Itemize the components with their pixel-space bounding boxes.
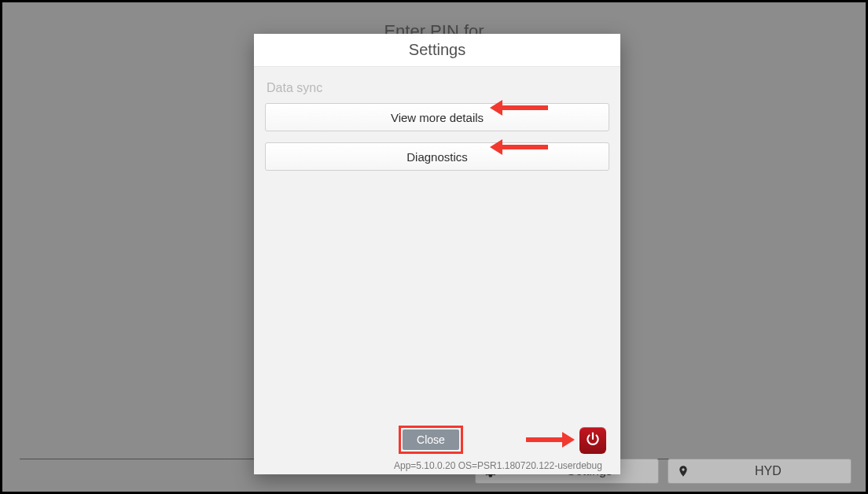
- close-button-label: Close: [417, 433, 445, 446]
- dialog-footer: Close App=5.10.0.20 OS=PSR1.180720.122-u…: [254, 462, 620, 474]
- annotation-arrow-power: [526, 432, 575, 448]
- app-frame: Enter PIN for Settings HYD Settings Data…: [0, 0, 868, 494]
- data-sync-section-label: Data sync: [267, 81, 608, 95]
- version-text: App=5.10.0.20 OS=PSR1.180720.122-userdeb…: [394, 460, 602, 471]
- power-icon: [585, 431, 601, 450]
- diagnostics-label: Diagnostics: [406, 150, 468, 164]
- dialog-body: Data sync View more details Diagnostics …: [254, 67, 620, 474]
- location-pin-icon: [676, 464, 690, 478]
- dialog-title: Settings: [254, 34, 620, 67]
- annotation-highlight-close: Close: [399, 426, 463, 454]
- location-button-label: HYD: [755, 464, 782, 478]
- power-button[interactable]: [579, 427, 606, 454]
- close-button[interactable]: Close: [403, 429, 459, 450]
- view-more-details-button[interactable]: View more details: [265, 103, 609, 131]
- view-more-details-label: View more details: [391, 111, 484, 124]
- settings-dialog: Settings Data sync View more details Dia…: [254, 34, 620, 474]
- diagnostics-button[interactable]: Diagnostics: [265, 142, 609, 171]
- location-button[interactable]: HYD: [668, 459, 851, 484]
